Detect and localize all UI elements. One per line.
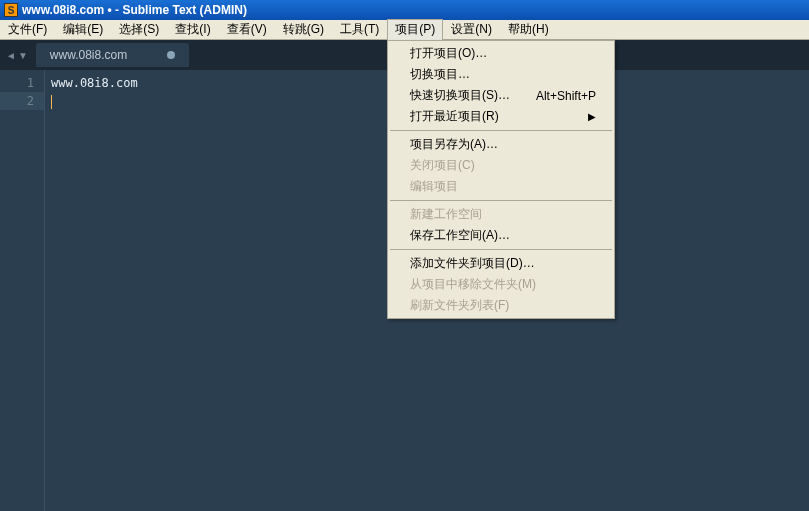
menu-separator [390, 200, 612, 201]
menu-option-label: 保存工作空间(A)… [410, 227, 596, 244]
menu-option-label: 关闭项目(C) [410, 157, 596, 174]
dirty-indicator-icon [167, 51, 175, 59]
text-cursor [51, 95, 52, 109]
menu-item[interactable]: 帮助(H) [500, 19, 557, 40]
tab-prev-icon[interactable]: ◄ [6, 50, 16, 61]
menu-item[interactable]: 工具(T) [332, 19, 387, 40]
menu-option-label: 项目另存为(A)… [410, 136, 596, 153]
file-tab[interactable]: www.08i8.com [36, 43, 189, 67]
code-line[interactable]: www.08i8.com [45, 74, 138, 92]
titlebar-text: www.08i8.com • - Sublime Text (ADMIN) [22, 3, 247, 17]
code-area[interactable]: www.08i8.com [44, 70, 138, 511]
project-menu-dropdown: 打开项目(O)…切换项目…快速切换项目(S)…Alt+Shift+P打开最近项目… [387, 40, 615, 319]
code-line[interactable] [45, 92, 138, 110]
menu-separator [390, 249, 612, 250]
menu-option: 刷新文件夹列表(F) [388, 295, 614, 316]
menu-option-label: 编辑项目 [410, 178, 596, 195]
gutter: 12 [0, 70, 44, 511]
menu-option-label: 快速切换项目(S)… [410, 87, 536, 104]
menu-option: 关闭项目(C) [388, 155, 614, 176]
menu-option-label: 刷新文件夹列表(F) [410, 297, 596, 314]
menu-option[interactable]: 快速切换项目(S)…Alt+Shift+P [388, 85, 614, 106]
app-icon [4, 3, 18, 17]
menu-option[interactable]: 打开项目(O)… [388, 43, 614, 64]
line-number: 1 [0, 74, 44, 92]
menu-option: 编辑项目 [388, 176, 614, 197]
menu-item[interactable]: 文件(F) [0, 19, 55, 40]
menu-item[interactable]: 设置(N) [443, 19, 500, 40]
menu-item[interactable]: 选择(S) [111, 19, 167, 40]
menu-option-label: 切换项目… [410, 66, 596, 83]
menu-option[interactable]: 项目另存为(A)… [388, 134, 614, 155]
menu-option-label: 打开项目(O)… [410, 45, 596, 62]
menu-item[interactable]: 项目(P) [387, 19, 443, 40]
menu-option-label: 打开最近项目(R) [410, 108, 588, 125]
titlebar: www.08i8.com • - Sublime Text (ADMIN) [0, 0, 809, 20]
menu-accelerator: Alt+Shift+P [536, 89, 596, 103]
menu-option[interactable]: 切换项目… [388, 64, 614, 85]
menubar: 文件(F)编辑(E)选择(S)查找(I)查看(V)转跳(G)工具(T)项目(P)… [0, 20, 809, 40]
menu-item[interactable]: 编辑(E) [55, 19, 111, 40]
tab-nav: ◄ ▼ [6, 50, 28, 61]
menu-option-label: 从项目中移除文件夹(M) [410, 276, 596, 293]
menu-option: 新建工作空间 [388, 204, 614, 225]
menu-option[interactable]: 保存工作空间(A)… [388, 225, 614, 246]
tab-list-icon[interactable]: ▼ [18, 50, 28, 61]
menu-item[interactable]: 查看(V) [219, 19, 275, 40]
tab-label: www.08i8.com [50, 48, 127, 62]
menu-option: 从项目中移除文件夹(M) [388, 274, 614, 295]
menu-option[interactable]: 添加文件夹到项目(D)… [388, 253, 614, 274]
menu-item[interactable]: 查找(I) [167, 19, 218, 40]
menu-separator [390, 130, 612, 131]
submenu-arrow-icon: ▶ [588, 111, 596, 122]
menu-option-label: 新建工作空间 [410, 206, 596, 223]
line-number: 2 [0, 92, 44, 110]
menu-option-label: 添加文件夹到项目(D)… [410, 255, 596, 272]
menu-option[interactable]: 打开最近项目(R)▶ [388, 106, 614, 127]
menu-item[interactable]: 转跳(G) [275, 19, 332, 40]
